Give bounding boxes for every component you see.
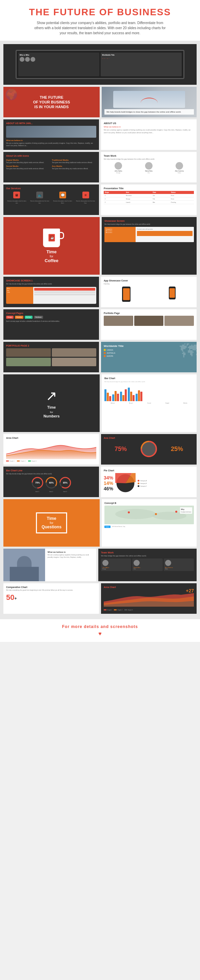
team-members: John Alpha Design Maria Beta Dev Alex Ga… (104, 162, 194, 173)
percent-left: 75% (104, 445, 138, 453)
header-description: Show potential clients your company's ab… (32, 20, 168, 36)
slide-portfolio: Portfolio Page (101, 309, 197, 340)
area-legend-3: Graph 3 (124, 609, 133, 611)
slide-about-image: What we believe in We are a startup agen… (3, 549, 96, 581)
world-map-bg: 🌍 (5, 89, 17, 100)
legend-item-2: Graph 2 (17, 460, 25, 462)
svg-text:85%: 85% (63, 482, 67, 484)
concept-tag-3: Archive (25, 316, 33, 319)
area-chart-container (6, 441, 96, 459)
row-14: What we believe in We are a startup agen… (3, 549, 197, 581)
map-dots: ◦ ◦ · ◦ · (102, 57, 180, 60)
about-dark-subtitle: What we believe in (6, 139, 96, 142)
legend-dot-3 (28, 460, 31, 461)
row-3: About Us with Jan... What we believe in … (3, 119, 197, 150)
service-icon-4: ⚛ (83, 192, 89, 198)
browser-mockup: Navigation Menu Item Menu Item Content a… (105, 227, 194, 242)
about-white-body: We are a startup agency capable of doing… (104, 129, 194, 134)
team-role-3: Sales (165, 172, 194, 173)
legend-row-3: Category C (138, 485, 194, 487)
slide-showcase2: Showcase Screen 1 We help brands bridge … (3, 277, 99, 307)
arrow-icon: ↗ (46, 388, 57, 404)
team-dark-member-2: Maria Beta Dev (132, 558, 162, 571)
area-legend-dot-1 (104, 609, 106, 610)
row-2: 🌍 THE FUTURE OF YOUR BUSINESS IS IN YOUR… (3, 87, 197, 117)
about-image-placeholder (6, 126, 96, 138)
comparative-title: Comparative Chart (6, 586, 96, 588)
circular-item-2: 60% Item 2 (45, 477, 57, 492)
team-dark-tagline: We help bridge the gap between the onlin… (101, 555, 194, 557)
legend-dot-2 (17, 460, 20, 461)
area-legend-dot-3 (124, 609, 127, 610)
legend-a: Category A (140, 480, 147, 482)
cell: Jan (152, 194, 170, 197)
slide-worldwide: Worldwide Title 🗺 CANADA AUSTRALIA EUROP… (101, 342, 197, 372)
cell: Feb (152, 197, 170, 201)
big-number: 50 (6, 594, 14, 601)
laptop-panel-right: Worldwide Title ◦ ◦ · ◦ · (101, 52, 182, 76)
cell: Done (170, 194, 194, 197)
legend-c: Category C (140, 485, 147, 487)
table-row: 1 Research Jan Done (104, 194, 194, 197)
cell: Launch (125, 201, 152, 204)
legend-row-1: Category A (138, 480, 194, 482)
slide-laptop: Who is Who Worldwide Title ◦ ◦ · ◦ · (3, 44, 197, 85)
chart-label-3: Social (141, 402, 158, 404)
slide-ana-chart: Ana Chart 75% 25% (101, 434, 197, 465)
svg-text:☕: ☕ (51, 236, 54, 239)
app-subtitle: Find this. (104, 283, 194, 285)
media-item-4: Any Media Text goes here describing any … (52, 165, 96, 170)
coffee-label: Time for Coffee (45, 249, 58, 263)
team-role-2: Dev (134, 172, 163, 173)
pin-dot-1 (104, 349, 106, 351)
services-text: Service description text for item one. S… (6, 200, 96, 204)
cell: Design (125, 197, 152, 201)
preview-right (33, 287, 96, 304)
table-header-4: Status (170, 191, 194, 194)
bar-blue-4 (128, 388, 130, 401)
about-white-title: About Us (104, 122, 194, 124)
legend-dot-1 (6, 460, 9, 461)
pie-numbers-left: 34% 14% 46% (104, 475, 113, 492)
percent-75: 75% (104, 445, 138, 453)
table-header-1: Stage (104, 191, 125, 194)
preview-left: MenuNavLinks (6, 287, 33, 304)
header: THE FUTURE OF BUSINESS Show potential cl… (0, 0, 200, 41)
chart-label-2: Brand. (122, 402, 139, 404)
svg-point-18 (115, 509, 156, 519)
slide-areachart: Area Chart (3, 434, 99, 465)
team-member-1: John Alpha Design (104, 162, 133, 173)
bar-group-2 (112, 391, 119, 401)
team-dark-members: John Alpha Design Maria Beta Dev Alex Ga… (101, 558, 194, 571)
services-icons: 🖥 📺 💬 ⚛ (6, 192, 96, 198)
service-icon-1: 🖥 (13, 192, 20, 198)
concept-tag-2: Develop (15, 316, 24, 319)
slide-about-dark: About Us with Jan... What we believe in … (3, 119, 99, 150)
bar-chart (105, 384, 194, 401)
pie-large-container: 34% 14% 46% Category A Categ (104, 473, 194, 493)
browser-content: Content area with preview (136, 227, 194, 242)
about-image-body: We are a startup agency capable of doing… (48, 554, 94, 559)
team-member-2: Maria Beta Dev (134, 162, 163, 173)
coffee-cup-svg: ☕ (48, 233, 56, 243)
table-header-3: Date (152, 191, 170, 194)
slide-questions: Time for Questions (3, 499, 100, 547)
about-dark-title: About Us with Jan... (6, 122, 96, 124)
bar-group-4 (128, 388, 135, 401)
avatar-2 (145, 162, 152, 170)
map-title: Concept B (105, 502, 194, 504)
slide-barchart: Bar Chart We help brands bridge the gap … (102, 374, 197, 432)
cell: Mar (152, 201, 170, 204)
phone-row (104, 286, 194, 302)
about-white-subtitle: What we believe in (104, 126, 194, 128)
service-text-1: Service description text for item one. (6, 200, 28, 204)
team-title: Team Work (104, 154, 194, 157)
questions-text: Time for Questions (42, 516, 62, 530)
about-image-title: What we believe in (48, 551, 94, 553)
service-icon-2: 📺 (36, 192, 43, 198)
team-dark-role-2: Dev (133, 568, 161, 570)
media-grid: Digital Media Text goes here describing … (6, 159, 96, 170)
about-image-photo (3, 549, 45, 581)
arch-svg (3, 549, 45, 581)
portfolio2-item-2 (52, 348, 97, 357)
